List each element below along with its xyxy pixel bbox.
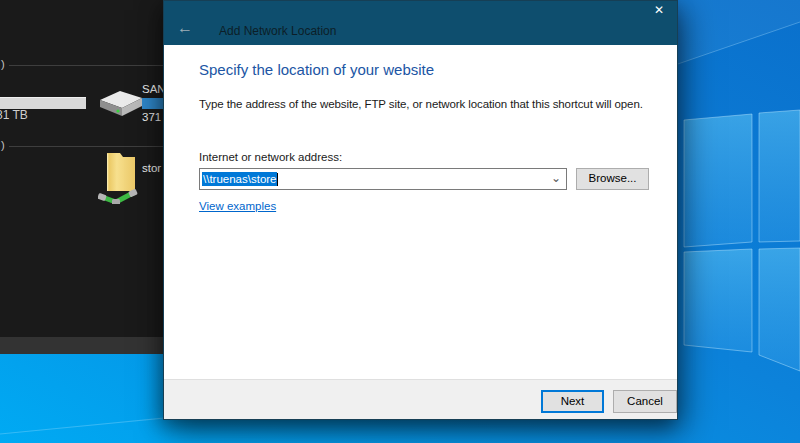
address-combobox[interactable]: \\truenas\store ⌄	[199, 168, 567, 190]
text-caret	[277, 173, 278, 186]
dialog-title: Add Network Location	[219, 24, 336, 38]
group-header-text: )	[1, 58, 5, 70]
address-value: \\truenas\store	[202, 171, 278, 187]
explorer-status-bar	[0, 337, 163, 354]
group-divider	[9, 65, 163, 66]
page-heading: Specify the location of your website	[199, 61, 434, 78]
selected-text: \\truenas\store	[202, 172, 277, 186]
address-field-label: Internet or network address:	[199, 151, 342, 163]
add-network-location-dialog: ✕ ← Add Network Location Specify the loc…	[163, 0, 678, 420]
browse-button[interactable]: Browse...	[576, 168, 649, 190]
dialog-titlebar: ✕ ← Add Network Location	[164, 1, 677, 45]
cancel-button[interactable]: Cancel	[613, 390, 677, 413]
group-divider	[9, 146, 163, 147]
view-examples-link[interactable]: View examples	[199, 200, 276, 212]
capacity-bar	[142, 98, 163, 109]
file-explorer-window: ) 81 TB SAN 371 )	[0, 0, 163, 354]
hard-drive-icon	[99, 85, 143, 125]
next-button[interactable]: Next	[541, 390, 604, 413]
dialog-footer: Next Cancel	[164, 379, 677, 419]
network-folder-icon	[98, 150, 142, 204]
chevron-down-icon[interactable]: ⌄	[551, 171, 561, 185]
drive-label: SAN	[142, 83, 163, 95]
network-folder-label: stor	[142, 162, 161, 174]
dialog-content: Specify the location of your website Typ…	[164, 45, 677, 380]
page-description: Type the address of the website, FTP sit…	[199, 98, 643, 110]
back-arrow-icon[interactable]: ←	[173, 20, 197, 38]
explorer-group-header: )	[0, 61, 163, 75]
close-icon[interactable]: ✕	[647, 2, 671, 20]
capacity-text: 81 TB	[0, 108, 28, 122]
capacity-text: 371	[142, 111, 161, 123]
group-header-text: )	[1, 139, 5, 151]
